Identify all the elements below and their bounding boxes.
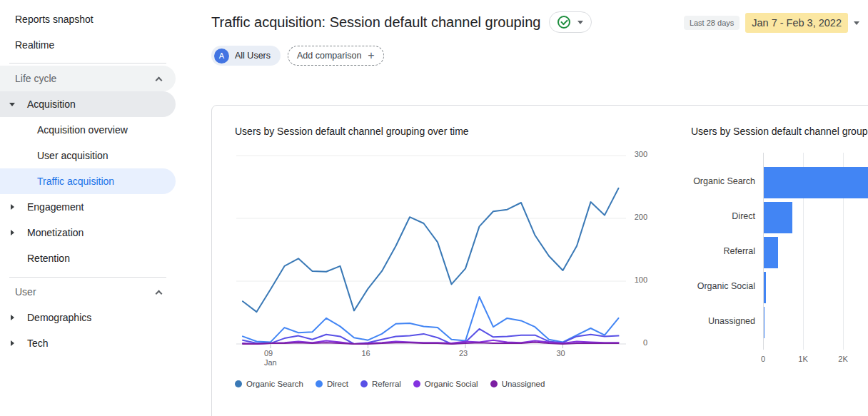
comparison-chips-row: A All Users Add comparison +	[211, 46, 384, 66]
page-title: Traffic acquisition: Session default cha…	[211, 14, 540, 31]
bar-organic-search[interactable]	[764, 167, 868, 198]
sidebar-item-acquisition[interactable]: Acquisition	[0, 91, 176, 117]
sidebar-item-user-acquisition[interactable]: User acquisition	[0, 143, 176, 168]
legend-item-direct: Direct	[316, 380, 348, 388]
report-header: Traffic acquisition: Session default cha…	[211, 11, 592, 33]
date-range-preset-label: Last 28 days	[684, 16, 740, 30]
legend-label: Unassigned	[502, 380, 545, 388]
chevron-up-icon[interactable]	[156, 76, 163, 83]
y-axis-tick-label: 0	[629, 338, 647, 347]
legend-dot	[490, 380, 498, 387]
sidebar-item-tech[interactable]: Tech	[0, 330, 176, 356]
y-axis-tick-label: 200	[629, 213, 647, 221]
add-comparison-button[interactable]: Add comparison +	[288, 46, 384, 66]
bar-x-axis-tick-label: 2K	[832, 355, 854, 363]
legend-item-organic-search: Organic Search	[235, 380, 303, 388]
sidebar-item-label: Reports snapshot	[15, 14, 94, 25]
sidebar-section-label: User	[15, 286, 36, 298]
sidebar-item-label: Monetization	[27, 227, 84, 238]
triangle-down-icon[interactable]	[9, 103, 15, 106]
legend-dot	[235, 380, 242, 387]
legend-dot	[360, 380, 368, 387]
sidebar-section-label: Life cycle	[15, 73, 56, 84]
sidebar-section-user[interactable]: User	[0, 279, 176, 305]
bar-unassigned[interactable]	[764, 307, 764, 338]
y-axis-tick-label: 100	[629, 275, 647, 284]
legend-dot	[413, 380, 420, 387]
segment-avatar: A	[214, 49, 229, 64]
bar-direct[interactable]	[764, 202, 792, 233]
triangle-right-icon[interactable]	[11, 340, 14, 346]
sidebar-item-monetization[interactable]: Monetization	[0, 220, 176, 245]
add-comparison-label: Add comparison	[297, 51, 361, 61]
sidebar-item-reports-snapshot[interactable]: Reports snapshot	[0, 6, 176, 32]
y-axis-tick-label: 300	[629, 150, 647, 158]
triangle-right-icon[interactable]	[11, 315, 14, 320]
bar-chart-title: Users by Session default channel groupin…	[691, 126, 868, 137]
sidebar-divider	[9, 277, 166, 278]
line-series-organic-search	[243, 188, 619, 312]
bar-x-axis-tick-label: 0	[752, 355, 774, 363]
sidebar-item-demographics[interactable]: Demographics	[0, 305, 176, 330]
line-chart-plot[interactable]	[236, 151, 630, 359]
bar-organic-social[interactable]	[764, 272, 766, 303]
bar-category-label: Organic Search	[669, 176, 755, 186]
segment-chip-all-users[interactable]: A All Users	[211, 46, 281, 66]
sidebar-item-acquisition-overview[interactable]: Acquisition overview	[0, 117, 176, 143]
sidebar-item-label: Demographics	[27, 312, 91, 323]
triangle-right-icon[interactable]	[11, 204, 14, 210]
date-range-picker[interactable]: Last 28 days Jan 7 - Feb 3, 2022	[684, 13, 859, 33]
triangle-right-icon[interactable]	[11, 230, 14, 235]
chevron-up-icon[interactable]	[156, 290, 163, 297]
sidebar-item-label: Tech	[27, 338, 49, 349]
segment-label: All Users	[235, 51, 271, 61]
line-chart-legend: Organic SearchDirectReferralOrganic Soci…	[235, 380, 545, 388]
sidebar-item-traffic-acquisition[interactable]: Traffic acquisition	[0, 168, 176, 194]
line-chart-title: Users by Session default channel groupin…	[235, 126, 469, 137]
chevron-down-icon[interactable]	[577, 21, 583, 24]
bar-x-axis-tick-label: 1K	[792, 355, 814, 363]
bar-category-label: Organic Social	[669, 281, 755, 291]
legend-item-organic-social: Organic Social	[413, 380, 478, 388]
legend-item-unassigned: Unassigned	[490, 380, 545, 388]
chevron-down-icon[interactable]	[854, 21, 859, 25]
sidebar-divider	[9, 63, 166, 64]
sidebar-item-label: Acquisition	[27, 98, 76, 110]
bar-referral[interactable]	[764, 237, 778, 268]
sidebar-item-realtime[interactable]: Realtime	[0, 32, 176, 58]
sidebar-item-label: Engagement	[27, 201, 84, 213]
legend-item-referral: Referral	[360, 380, 401, 388]
check-circle-icon	[557, 16, 570, 29]
sidebar-item-label: User acquisition	[37, 150, 108, 161]
legend-label: Organic Social	[425, 380, 478, 388]
sidebar-item-label: Traffic acquisition	[37, 176, 114, 187]
legend-label: Organic Search	[246, 380, 303, 388]
report-nav-sidebar: Reports snapshot Realtime Life cycle Acq…	[0, 0, 176, 416]
traffic-acquisition-card: Users by Session default channel groupin…	[211, 105, 868, 416]
sidebar-item-label: Realtime	[15, 39, 54, 51]
date-range-value[interactable]: Jan 7 - Feb 3, 2022	[745, 13, 848, 33]
legend-label: Referral	[372, 380, 401, 388]
sidebar-item-label: Retention	[27, 253, 70, 264]
sidebar-item-retention[interactable]: Retention	[0, 245, 176, 271]
report-status-dropdown[interactable]	[549, 11, 592, 33]
sidebar-section-life-cycle[interactable]: Life cycle	[0, 66, 176, 91]
bar-category-label: Referral	[669, 246, 755, 256]
legend-dot	[316, 380, 323, 387]
legend-label: Direct	[327, 380, 348, 388]
sidebar-item-label: Acquisition overview	[37, 124, 128, 136]
x-axis-month-label: Jan	[264, 358, 293, 367]
bar-category-label: Direct	[669, 211, 755, 221]
plus-icon: +	[368, 50, 374, 61]
sidebar-item-engagement[interactable]: Engagement	[0, 194, 176, 220]
bar-category-label: Unassigned	[669, 316, 755, 326]
